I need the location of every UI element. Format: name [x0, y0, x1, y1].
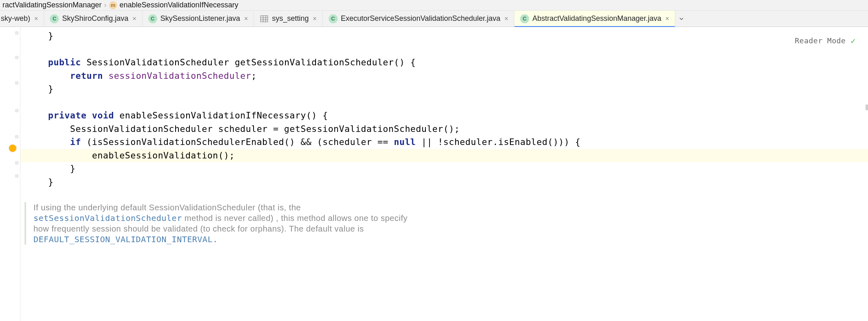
- code-line-active[interactable]: enableSessionValidation();: [20, 149, 868, 163]
- code-line[interactable]: private void enableSessionValidationIfNe…: [20, 109, 868, 123]
- svg-rect-0: [261, 16, 268, 22]
- fold-marker-icon[interactable]: ⊟: [14, 55, 19, 60]
- code-line[interactable]: SessionValidationScheduler scheduler = g…: [20, 123, 868, 136]
- doc-line: setSessionValidationScheduler method is …: [33, 213, 868, 223]
- intention-bulb-icon[interactable]: [9, 145, 16, 152]
- code-line[interactable]: public SessionValidationScheduler getSes…: [20, 56, 868, 69]
- javadoc-block: If using the underlying default SessionV…: [24, 202, 868, 245]
- close-icon[interactable]: ×: [505, 15, 508, 22]
- close-icon[interactable]: ×: [34, 15, 38, 22]
- fold-marker-icon[interactable]: ⊟: [14, 160, 19, 165]
- tab-skysessionlistener[interactable]: C SkySessionListener.java ×: [142, 11, 254, 27]
- doc-line: If using the underlying default SessionV…: [33, 202, 868, 213]
- code-line[interactable]: }: [20, 176, 868, 189]
- tab-sky-web-partial[interactable]: sky-web) ×: [0, 11, 44, 27]
- code-line[interactable]: [20, 189, 868, 202]
- method-icon: m: [109, 1, 117, 9]
- code-line[interactable]: if (isSessionValidationSchedulerEnabled(…: [20, 136, 868, 149]
- fold-marker-icon[interactable]: ⊟: [14, 80, 19, 85]
- class-icon: C: [50, 14, 59, 23]
- table-icon: [260, 14, 269, 23]
- breadcrumb-class[interactable]: ractValidatingSessionManager: [2, 1, 102, 9]
- editor-tabs: sky-web) × C SkyShiroConfig.java × C Sky…: [0, 11, 868, 27]
- check-icon: ✓: [850, 34, 856, 48]
- breadcrumb-method[interactable]: enableSessionValidationIfNecessary: [120, 1, 238, 9]
- code-editor[interactable]: Reader Mode ✓ } public SessionValidation…: [20, 27, 868, 321]
- doc-line: how frequently session should be validat…: [33, 223, 868, 234]
- fold-marker-icon[interactable]: ⊟: [14, 30, 19, 35]
- doc-constant-link[interactable]: DEFAULT_SESSION_VALIDATION_INTERVAL.: [33, 234, 868, 245]
- fold-marker-icon[interactable]: ⊟: [14, 108, 19, 113]
- tab-executorservice[interactable]: C ExecutorServiceSessionValidationSchedu…: [323, 11, 514, 27]
- tab-sys-setting[interactable]: sys_setting ×: [254, 11, 323, 27]
- close-icon[interactable]: ×: [313, 15, 316, 22]
- code-line[interactable]: [20, 96, 868, 109]
- close-icon[interactable]: ×: [244, 15, 248, 22]
- class-icon: C: [329, 14, 338, 23]
- code-line[interactable]: [20, 43, 868, 56]
- fold-marker-icon[interactable]: ⊟: [14, 134, 19, 139]
- scroll-indicator: [866, 105, 868, 110]
- breadcrumb[interactable]: ractValidatingSessionManager › m enableS…: [0, 0, 868, 11]
- code-line[interactable]: }: [20, 162, 868, 176]
- tab-abstractvalidating[interactable]: C AbstractValidatingSessionManager.java …: [514, 11, 675, 27]
- gutter[interactable]: ⊟ ⊟ ⊟ ⊟ ⊟ ⊟ ⊟: [0, 27, 20, 321]
- fold-marker-icon[interactable]: ⊟: [14, 173, 19, 178]
- code-line[interactable]: }: [20, 82, 868, 96]
- reader-mode-toggle[interactable]: Reader Mode ✓: [795, 34, 856, 48]
- code-line[interactable]: }: [20, 29, 868, 43]
- close-icon[interactable]: ×: [132, 15, 136, 22]
- editor-area: ⊟ ⊟ ⊟ ⊟ ⊟ ⊟ ⊟ Reader Mode ✓ } public Ses…: [0, 27, 868, 321]
- class-icon: C: [148, 14, 157, 23]
- doc-method-link[interactable]: setSessionValidationScheduler: [33, 213, 182, 223]
- code-line[interactable]: return sessionValidationScheduler;: [20, 69, 868, 83]
- tab-skyshiroconfig[interactable]: C SkyShiroConfig.java ×: [44, 11, 142, 27]
- breadcrumb-separator: ›: [104, 1, 107, 9]
- class-icon: C: [520, 14, 529, 23]
- close-icon[interactable]: ×: [665, 15, 669, 22]
- tabs-overflow-chevron[interactable]: [675, 11, 688, 27]
